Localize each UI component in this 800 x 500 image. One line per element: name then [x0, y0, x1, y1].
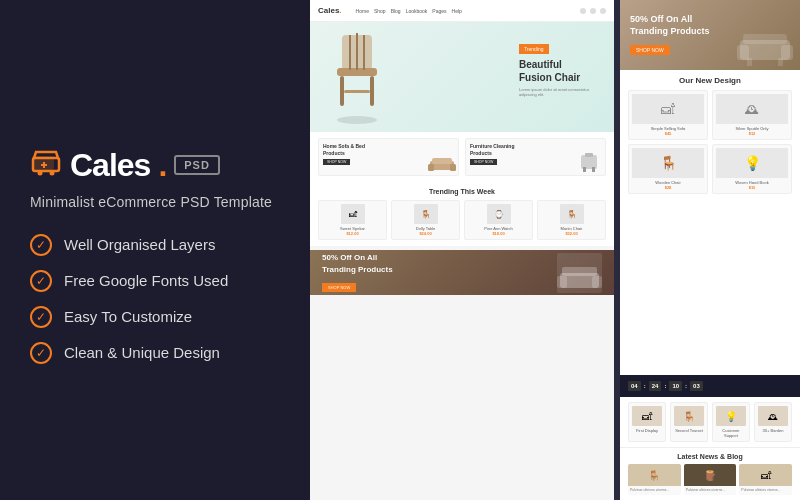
mock-products: 🛋 Sweet Spekar $12.00 🪑 Dolly Table $24.… [318, 200, 606, 240]
mock-cat-title-2: Furniture CleaningProducts [470, 143, 514, 156]
logo-dot: . [158, 147, 166, 184]
mock-nav: Cales. Home Shop Blog Lookbook Pages Hel… [310, 0, 614, 22]
mock-cat-2: Furniture CleaningProducts SHOP NOW [465, 138, 606, 176]
rs-bottom-card-name-4: 30+ Barden [763, 428, 784, 433]
svg-rect-8 [340, 76, 344, 106]
rs-bottom-card-4: 🕰 30+ Barden [754, 402, 792, 442]
rs-bottom-card-img-2: 🪑 [674, 406, 704, 426]
rs-bottom-card-1: 🛋 First Display [628, 402, 666, 442]
svg-rect-29 [781, 45, 793, 60]
svg-rect-21 [583, 167, 586, 172]
mock-hero-text: Trending BeautifulFusion Chair Lorem ips… [519, 37, 599, 97]
mock-hero-desc: Lorem ipsum dolor sit amet consectetur a… [519, 87, 599, 97]
rs-blog-excerpt-3: Pulvinar ultrices viverra... [741, 488, 790, 493]
center-mockup: Cales. Home Shop Blog Lookbook Pages Hel… [310, 0, 614, 500]
rs-product-3: 🪑 Wooden Chair $28 [628, 144, 708, 194]
left-panel: Cales. PSD Minimalist eCommerce PSD Temp… [0, 0, 310, 500]
mock-banner-text: 50% Off On AllTranding Products SHOP NOW [322, 252, 393, 292]
rs-bottom-card-2: 🪑 Second Tourset [670, 402, 708, 442]
rs-promo-text: 50% Off On AllTranding Products SHOP NOW [630, 14, 710, 55]
mock-product-1: 🛋 Sweet Spekar $12.00 [318, 200, 387, 240]
mock-cat-img-2 [575, 151, 603, 173]
rs-bottom-card-img-1: 🛋 [632, 406, 662, 426]
rs-timer: 04 : 24 : 10 : 03 [620, 375, 800, 397]
mock-product-price-2: $24.00 [419, 231, 431, 236]
nav-link-shop: Shop [374, 8, 386, 14]
timer-ms: 03 [690, 381, 703, 391]
mock-cat-img-1 [428, 151, 456, 173]
mock-product-price-3: $18.00 [492, 231, 504, 236]
feature-label-3: Easy To Customize [64, 308, 192, 325]
timer-sep-3: : [685, 383, 687, 389]
svg-rect-31 [747, 58, 752, 66]
rs-bottom-card-img-3: 💡 [716, 406, 746, 426]
svg-rect-26 [562, 267, 597, 276]
mock-product-price-4: $32.00 [565, 231, 577, 236]
right-panel: Cales. Home Shop Blog Lookbook Pages Hel… [310, 0, 800, 500]
rs-bottom-card-name-1: First Display [636, 428, 658, 433]
rs-blog-post-2: 🪵 Pulvinar ultrices viverra... [684, 464, 737, 495]
logo-text: Cales [70, 147, 150, 184]
rs-blog-post-3: 🛋 Pulvinar ultrices viverra... [739, 464, 792, 495]
svg-rect-32 [778, 58, 783, 66]
logo-row: Cales. PSD [30, 147, 280, 184]
mock-hero-tag: Trending [519, 44, 549, 54]
timer-sep-2: : [664, 383, 666, 389]
check-icon-3: ✓ [30, 306, 52, 328]
rs-product-img-1: 🛋 [632, 94, 704, 124]
mock-nav-links: Home Shop Blog Lookbook Pages Help [356, 8, 462, 14]
check-icon-2: ✓ [30, 270, 52, 292]
mock-banner: 50% Off On AllTranding Products SHOP NOW [310, 250, 614, 295]
mock-product-4: 🪑 Martin Chair $32.00 [537, 200, 606, 240]
mock-cat-title-1: Home Sofa & BedProducts [323, 143, 365, 156]
mock-banner-title: 50% Off On AllTranding Products [322, 252, 393, 274]
rs-bottom-card-img-4: 🕰 [758, 406, 788, 426]
mock-logo: Cales. [318, 6, 342, 15]
nav-link-pages: Pages [432, 8, 446, 14]
hero-chair-image [322, 30, 392, 125]
svg-rect-18 [432, 158, 452, 164]
rs-bottom-card-name-2: Second Tourset [675, 428, 703, 433]
cart-icon [30, 148, 62, 183]
svg-point-14 [337, 116, 377, 124]
timer-hours: 04 [628, 381, 641, 391]
feature-label-1: Well Organised Layers [64, 236, 215, 253]
svg-point-2 [38, 170, 43, 175]
rs-promo: 50% Off On AllTranding Products SHOP NOW [620, 0, 800, 70]
cart-nav-icon [600, 8, 606, 14]
svg-rect-24 [557, 276, 567, 288]
rs-products-grid: 🛋 Simple Selling Sofa $45 🕰 Silver Sputt… [628, 90, 792, 194]
check-icon-1: ✓ [30, 234, 52, 256]
feature-item-1: ✓ Well Organised Layers [30, 234, 280, 256]
feature-label-2: Free Google Fonts Used [64, 272, 228, 289]
rs-blog-post-img-3: 🛋 [739, 464, 792, 486]
rs-blog: Latest News & Blog 🪑 Pulvinar ultrices v… [620, 447, 800, 500]
mock-hero-title: BeautifulFusion Chair [519, 58, 599, 84]
svg-rect-20 [585, 153, 593, 157]
nav-link-help: Help [452, 8, 462, 14]
mock-cat-btn-1: SHOP NOW [323, 159, 350, 165]
rs-promo-title: 50% Off On AllTranding Products [630, 14, 710, 37]
rs-product-price-2: $12 [749, 131, 756, 136]
svg-rect-22 [592, 167, 595, 172]
nav-link-blog: Blog [391, 8, 401, 14]
trending-title: Trending This Week [318, 188, 606, 195]
feature-item-4: ✓ Clean & Unique Design [30, 342, 280, 364]
mock-banner-btn: SHOP NOW [322, 283, 356, 292]
rs-product-2: 🕰 Silver Sputtle Only $12 [712, 90, 792, 140]
rs-product-img-4: 💡 [716, 148, 788, 178]
rs-new-design-title: Our New Design [628, 76, 792, 85]
mock-hero: Trending BeautifulFusion Chair Lorem ips… [310, 22, 614, 132]
svg-rect-16 [428, 164, 434, 171]
mock-product-2: 🪑 Dolly Table $24.00 [391, 200, 460, 240]
mock-categories: Home Sofa & BedProducts SHOP NOW Furnitu… [310, 132, 614, 182]
feature-label-4: Clean & Unique Design [64, 344, 220, 361]
mock-cat-1: Home Sofa & BedProducts SHOP NOW [318, 138, 459, 176]
rs-product-price-3: $28 [665, 185, 672, 190]
nav-link-lookbook: Lookbook [406, 8, 428, 14]
mock-banner-img [557, 253, 602, 293]
timer-seconds: 10 [669, 381, 682, 391]
rs-blog-title: Latest News & Blog [628, 453, 792, 460]
rs-timer-display: 04 : 24 : 10 : 03 [628, 381, 703, 391]
rs-product-img-2: 🕰 [716, 94, 788, 124]
